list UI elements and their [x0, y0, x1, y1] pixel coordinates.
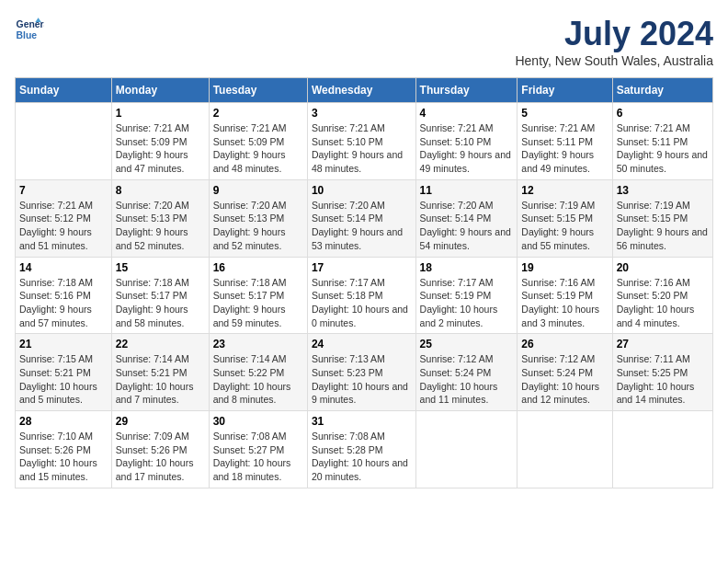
- day-detail: Sunrise: 7:14 AMSunset: 5:21 PMDaylight:…: [116, 352, 205, 407]
- day-number: 5: [521, 107, 608, 120]
- calendar-cell: [415, 411, 518, 488]
- week-row-4: 21Sunrise: 7:15 AMSunset: 5:21 PMDayligh…: [16, 334, 713, 411]
- day-detail: Sunrise: 7:20 AMSunset: 5:13 PMDaylight:…: [116, 199, 205, 253]
- day-detail: Sunrise: 7:10 AMSunset: 5:26 PMDaylight:…: [19, 430, 108, 484]
- day-detail: Sunrise: 7:21 AMSunset: 5:11 PMDaylight:…: [521, 121, 608, 176]
- day-number: 27: [617, 338, 709, 350]
- column-header-monday: Monday: [111, 78, 209, 103]
- day-number: 2: [213, 107, 303, 120]
- day-detail: Sunrise: 7:18 AMSunset: 5:16 PMDaylight:…: [19, 276, 108, 330]
- day-detail: Sunrise: 7:17 AMSunset: 5:19 PMDaylight:…: [420, 276, 514, 330]
- calendar-cell: 25Sunrise: 7:12 AMSunset: 5:24 PMDayligh…: [415, 334, 518, 411]
- week-row-3: 14Sunrise: 7:18 AMSunset: 5:16 PMDayligh…: [16, 257, 713, 334]
- calendar-cell: 11Sunrise: 7:20 AMSunset: 5:14 PMDayligh…: [415, 179, 518, 257]
- calendar-cell: 5Sunrise: 7:21 AMSunset: 5:11 PMDaylight…: [518, 103, 612, 180]
- day-detail: Sunrise: 7:20 AMSunset: 5:14 PMDaylight:…: [420, 199, 514, 253]
- calendar-cell: 23Sunrise: 7:14 AMSunset: 5:22 PMDayligh…: [209, 334, 307, 411]
- day-number: 28: [19, 415, 108, 428]
- page-subtitle: Henty, New South Wales, Australia: [515, 53, 713, 68]
- day-number: 20: [617, 261, 709, 274]
- calendar-cell: 30Sunrise: 7:08 AMSunset: 5:27 PMDayligh…: [209, 411, 307, 488]
- column-header-sunday: Sunday: [16, 78, 112, 103]
- day-detail: Sunrise: 7:12 AMSunset: 5:24 PMDaylight:…: [420, 352, 514, 407]
- day-detail: Sunrise: 7:19 AMSunset: 5:15 PMDaylight:…: [521, 199, 608, 253]
- calendar-cell: 14Sunrise: 7:18 AMSunset: 5:16 PMDayligh…: [16, 257, 112, 334]
- calendar-cell: 1Sunrise: 7:21 AMSunset: 5:09 PMDaylight…: [111, 103, 209, 180]
- calendar-cell: 15Sunrise: 7:18 AMSunset: 5:17 PMDayligh…: [111, 257, 209, 334]
- day-detail: Sunrise: 7:21 AMSunset: 5:10 PMDaylight:…: [312, 121, 412, 176]
- calendar-cell: 13Sunrise: 7:19 AMSunset: 5:15 PMDayligh…: [612, 179, 712, 257]
- day-detail: Sunrise: 7:14 AMSunset: 5:22 PMDaylight:…: [213, 352, 303, 407]
- column-header-wednesday: Wednesday: [307, 78, 415, 103]
- day-number: 3: [312, 107, 412, 120]
- calendar-cell: 7Sunrise: 7:21 AMSunset: 5:12 PMDaylight…: [16, 179, 112, 257]
- day-detail: Sunrise: 7:21 AMSunset: 5:09 PMDaylight:…: [213, 121, 303, 176]
- day-detail: Sunrise: 7:12 AMSunset: 5:24 PMDaylight:…: [521, 352, 608, 407]
- day-detail: Sunrise: 7:11 AMSunset: 5:25 PMDaylight:…: [617, 352, 709, 407]
- calendar-cell: 31Sunrise: 7:08 AMSunset: 5:28 PMDayligh…: [307, 411, 415, 488]
- day-detail: Sunrise: 7:21 AMSunset: 5:10 PMDaylight:…: [420, 121, 514, 176]
- day-number: 14: [19, 261, 108, 274]
- day-number: 11: [420, 184, 514, 197]
- day-number: 1: [116, 107, 205, 120]
- day-detail: Sunrise: 7:09 AMSunset: 5:26 PMDaylight:…: [116, 430, 205, 484]
- day-number: 16: [213, 261, 303, 274]
- calendar-table: SundayMondayTuesdayWednesdayThursdayFrid…: [15, 77, 713, 488]
- logo: General Blue: [15, 15, 44, 44]
- day-detail: Sunrise: 7:21 AMSunset: 5:09 PMDaylight:…: [116, 121, 205, 176]
- calendar-cell: 20Sunrise: 7:16 AMSunset: 5:20 PMDayligh…: [612, 257, 712, 334]
- day-detail: Sunrise: 7:18 AMSunset: 5:17 PMDaylight:…: [213, 276, 303, 330]
- day-number: 26: [521, 338, 608, 350]
- day-number: 21: [19, 338, 108, 350]
- calendar-cell: 28Sunrise: 7:10 AMSunset: 5:26 PMDayligh…: [16, 411, 112, 488]
- calendar-cell: 27Sunrise: 7:11 AMSunset: 5:25 PMDayligh…: [612, 334, 712, 411]
- title-block: July 2024 Henty, New South Wales, Austra…: [515, 15, 713, 68]
- calendar-header-row: SundayMondayTuesdayWednesdayThursdayFrid…: [16, 78, 713, 103]
- day-number: 22: [116, 338, 205, 350]
- day-number: 29: [116, 415, 205, 428]
- day-detail: Sunrise: 7:20 AMSunset: 5:14 PMDaylight:…: [312, 199, 412, 253]
- day-number: 30: [213, 415, 303, 428]
- column-header-saturday: Saturday: [612, 78, 712, 103]
- day-detail: Sunrise: 7:21 AMSunset: 5:11 PMDaylight:…: [617, 121, 709, 176]
- day-number: 10: [312, 184, 412, 197]
- calendar-cell: 8Sunrise: 7:20 AMSunset: 5:13 PMDaylight…: [111, 179, 209, 257]
- calendar-cell: [612, 411, 712, 488]
- calendar-cell: 10Sunrise: 7:20 AMSunset: 5:14 PMDayligh…: [307, 179, 415, 257]
- column-header-thursday: Thursday: [415, 78, 518, 103]
- day-number: 19: [521, 261, 608, 274]
- day-detail: Sunrise: 7:08 AMSunset: 5:27 PMDaylight:…: [213, 430, 303, 484]
- day-number: 31: [312, 415, 412, 428]
- calendar-cell: 17Sunrise: 7:17 AMSunset: 5:18 PMDayligh…: [307, 257, 415, 334]
- calendar-cell: 21Sunrise: 7:15 AMSunset: 5:21 PMDayligh…: [16, 334, 112, 411]
- day-detail: Sunrise: 7:16 AMSunset: 5:19 PMDaylight:…: [521, 276, 608, 330]
- calendar-cell: [16, 103, 112, 180]
- calendar-cell: 22Sunrise: 7:14 AMSunset: 5:21 PMDayligh…: [111, 334, 209, 411]
- day-number: 23: [213, 338, 303, 350]
- day-detail: Sunrise: 7:18 AMSunset: 5:17 PMDaylight:…: [116, 276, 205, 330]
- day-number: 15: [116, 261, 205, 274]
- day-number: 6: [617, 107, 709, 120]
- calendar-cell: 3Sunrise: 7:21 AMSunset: 5:10 PMDaylight…: [307, 103, 415, 180]
- calendar-cell: [518, 411, 612, 488]
- calendar-cell: 19Sunrise: 7:16 AMSunset: 5:19 PMDayligh…: [518, 257, 612, 334]
- calendar-cell: 2Sunrise: 7:21 AMSunset: 5:09 PMDaylight…: [209, 103, 307, 180]
- page-title: July 2024: [515, 15, 713, 53]
- day-detail: Sunrise: 7:08 AMSunset: 5:28 PMDaylight:…: [312, 430, 412, 484]
- day-number: 17: [312, 261, 412, 274]
- day-detail: Sunrise: 7:15 AMSunset: 5:21 PMDaylight:…: [19, 352, 108, 407]
- calendar-cell: 16Sunrise: 7:18 AMSunset: 5:17 PMDayligh…: [209, 257, 307, 334]
- day-detail: Sunrise: 7:21 AMSunset: 5:12 PMDaylight:…: [19, 199, 108, 253]
- calendar-cell: 12Sunrise: 7:19 AMSunset: 5:15 PMDayligh…: [518, 179, 612, 257]
- day-number: 25: [420, 338, 514, 350]
- day-number: 18: [420, 261, 514, 274]
- day-number: 12: [521, 184, 608, 197]
- day-detail: Sunrise: 7:13 AMSunset: 5:23 PMDaylight:…: [312, 352, 412, 407]
- day-detail: Sunrise: 7:20 AMSunset: 5:13 PMDaylight:…: [213, 199, 303, 253]
- week-row-5: 28Sunrise: 7:10 AMSunset: 5:26 PMDayligh…: [16, 411, 713, 488]
- day-number: 7: [19, 184, 108, 197]
- day-number: 9: [213, 184, 303, 197]
- calendar-cell: 9Sunrise: 7:20 AMSunset: 5:13 PMDaylight…: [209, 179, 307, 257]
- day-number: 4: [420, 107, 514, 120]
- week-row-2: 7Sunrise: 7:21 AMSunset: 5:12 PMDaylight…: [16, 179, 713, 257]
